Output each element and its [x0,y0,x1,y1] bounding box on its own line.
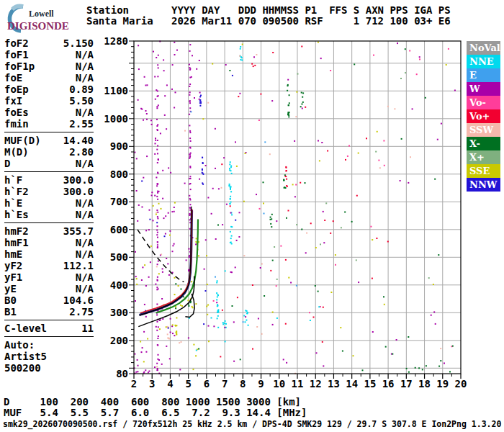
param-row: foEsN/A [4,107,94,118]
autoscaler-info: Artist5 [4,351,94,362]
param-label: yE [4,283,17,294]
logo-digisonde-text: DIGISONDE [7,20,69,32]
param-row: fmin2.55 [4,118,94,130]
svg-text:8: 8 [240,378,246,390]
svg-text:6: 6 [204,378,210,390]
param-row: fxI5.50 [4,95,94,107]
param-row: B0104.6 [4,294,94,306]
param-row: yF1N/A [4,271,94,283]
param-separator [4,320,94,320]
legend-swatch-nnw: NNW [467,178,500,192]
svg-text:2: 2 [131,378,137,390]
param-value: N/A [76,197,94,209]
param-value: N/A [76,158,94,169]
param-value: 5.50 [69,95,94,107]
autoscaler-info: Auto: [4,339,94,351]
param-value: 104.6 [63,294,94,306]
param-row: B12.75 [4,306,94,318]
svg-text:15: 15 [364,378,376,390]
svg-text:12: 12 [310,378,322,390]
param-row: foF1pN/A [4,60,94,72]
param-value: N/A [76,283,94,294]
param-label: h`Es [4,209,29,220]
svg-text:16: 16 [382,378,395,390]
param-separator [4,171,94,172]
legend-swatch-e: E [467,68,500,82]
param-value: N/A [76,248,94,260]
param-row: foF1N/A [4,49,94,60]
legend-swatch-ssw: SSW [467,123,500,137]
param-value: N/A [76,237,94,248]
param-separator [4,222,94,223]
param-label: foE [4,72,22,84]
svg-text:300: 300 [110,307,128,318]
svg-text:500: 500 [110,251,128,263]
param-row: h`F300.0 [4,174,94,186]
svg-text:9: 9 [258,378,264,390]
param-row: DN/A [4,158,94,169]
digisonde-ionogram-screen: Lowell DIGISONDE Station YYYY DAY DDD HH… [0,0,504,432]
param-label: hmF1 [4,237,29,248]
svg-text:7: 7 [222,378,228,390]
param-value: 300.0 [63,174,94,186]
header-column-titles: Station YYYY DAY DDD HHMMSS P1 FFS S AXN… [86,5,451,16]
svg-text:18: 18 [418,378,431,390]
param-separator [4,132,94,132]
param-label: h`E [4,197,22,209]
param-label: foEp [4,84,29,95]
param-label: h`F2 [4,186,29,197]
legend-swatch-vo: Vo- [467,96,500,109]
svg-text:19: 19 [436,378,449,390]
legend-swatch-nne: NNE [467,55,500,68]
status-line: smk29_2026070090500.rsf / 720fx512h 25 k… [3,419,501,429]
param-row: M(D)2.80 [4,146,94,158]
param-value: 2.55 [69,118,94,130]
ionogram-plot: 2345678910111213141516171819201280110010… [101,36,472,392]
legend-swatch-vo: Vo+ [467,109,500,123]
svg-text:200: 200 [110,335,128,346]
scaled-parameters-panel: foF25.150foF1N/AfoF1pN/AfoEN/AfoEp0.89fx… [4,37,94,374]
distance-row: D 100 200 400 600 800 1000 1500 3000 [km… [4,396,301,408]
svg-text:900: 900 [110,140,128,152]
color-legend: NoValNNEEWVo-Vo+SSWX-X+SSENNW [467,41,500,192]
param-value: 14.40 [63,135,94,146]
svg-text:1100: 1100 [104,85,128,96]
param-separator [4,336,94,337]
param-label: yF2 [4,260,22,271]
param-value: N/A [76,271,94,283]
param-label: hmF2 [4,225,29,237]
param-value: N/A [76,60,94,72]
param-value: 355.7 [63,225,94,237]
param-row: foF25.150 [4,37,94,49]
param-label: fmin [4,118,29,130]
svg-text:1000: 1000 [104,113,128,125]
muf-row: MUF 5.4 5.5 5.7 6.0 6.5 7.2 9.3 14.4 [MH… [4,407,307,418]
param-label: yF1 [4,271,22,283]
param-value: 2.80 [69,146,94,158]
param-label: h`F [4,174,22,186]
param-row: MUF(D)14.40 [4,135,94,146]
legend-swatch-w: W [467,82,500,96]
param-row: foEN/A [4,72,94,84]
svg-text:14: 14 [346,378,358,390]
param-label: M(D) [4,146,29,158]
param-row: hmF1N/A [4,237,94,248]
svg-text:400: 400 [110,279,128,291]
param-row: hmEN/A [4,248,94,260]
svg-text:20: 20 [455,378,467,390]
param-label: foF1 [4,49,29,60]
legend-swatch-sse: SSE [467,164,500,178]
legend-swatch-noval: NoVal [467,41,500,55]
param-value: 0.89 [69,84,94,95]
param-value: 2.75 [69,306,94,318]
svg-text:11: 11 [292,378,304,390]
param-row: h`EsN/A [4,209,94,220]
param-value: 300.0 [63,186,94,197]
param-label: fxI [4,95,22,107]
svg-text:17: 17 [400,378,413,390]
param-row: foEp0.89 [4,84,94,95]
svg-text:80: 80 [116,368,128,379]
station-header: Station YYYY DAY DDD HHMMSS P1 FFS S AXN… [86,5,451,27]
svg-text:10: 10 [273,378,285,390]
param-value: 5.150 [63,37,94,49]
